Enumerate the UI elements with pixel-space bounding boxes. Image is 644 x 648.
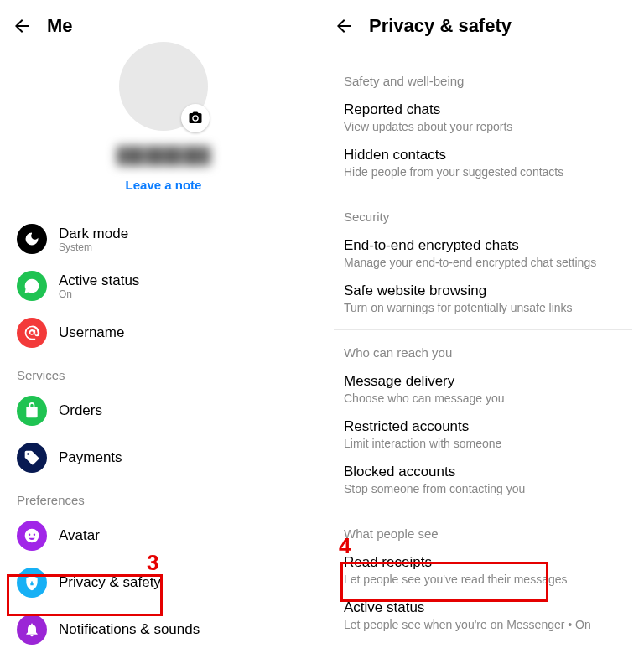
menu-item-active-status[interactable]: Active status On [12,262,315,309]
item-sub: Let people see you've read their message… [344,573,632,586]
menu-text: Notifications & sounds [59,621,200,638]
item-label: Blocked accounts [344,464,632,480]
at-icon [17,318,47,348]
menu-item-orders[interactable]: Orders [12,387,315,434]
item-restricted-accounts[interactable]: Restricted accounts Limit interaction wi… [334,412,632,457]
profile-section: Leave a note [12,42,315,192]
annotation-4: 4 [339,533,351,559]
menu-item-username[interactable]: Username [12,309,315,356]
item-sub: Manage your end-to-end encrypted chat se… [344,256,632,269]
menu-list: Dark mode System Active status On Userna… [12,215,315,648]
camera-icon[interactable] [181,104,210,132]
item-read-receipts[interactable]: Read receipts Let people see you've read… [334,547,632,593]
item-sub: View updates about your reports [344,120,632,133]
menu-item-dark-mode[interactable]: Dark mode System [12,215,315,262]
item-label: End-to-end encrypted chats [344,237,632,254]
header: Privacy & safety [334,15,632,37]
section-security: Security [334,194,632,231]
item-label: Safe website browsing [344,283,632,299]
menu-label: Dark mode [59,226,128,242]
item-message-delivery[interactable]: Message delivery Choose who can message … [334,366,632,412]
page-title: Privacy & safety [369,15,512,37]
annotation-3: 3 [147,550,158,576]
menu-item-payments[interactable]: Payments [12,434,315,481]
item-e2e-chats[interactable]: End-to-end encrypted chats Manage your e… [334,231,632,276]
menu-item-avatar[interactable]: Avatar [12,512,315,559]
section-header-preferences: Preferences [12,481,315,512]
menu-label: Active status [59,272,139,289]
item-sub: Limit interaction with someone [344,437,632,450]
section-header-services: Services [12,356,315,387]
item-active-status[interactable]: Active status Let people see when you're… [334,593,632,638]
bag-icon [17,396,47,426]
face-icon [17,521,47,551]
item-safe-browsing[interactable]: Safe website browsing Turn on warnings f… [334,276,632,321]
item-sub: Stop someone from contacting you [344,482,632,495]
leave-note-link[interactable]: Leave a note [126,178,202,192]
menu-item-notifications[interactable]: Notifications & sounds [12,606,315,648]
shield-lock-icon [17,568,47,598]
tag-icon [17,443,47,473]
menu-text: Username [59,324,124,341]
menu-text: Avatar [59,527,100,544]
item-reported-chats[interactable]: Reported chats View updates about your r… [334,95,632,140]
menu-label: Orders [59,402,102,419]
item-label: Read receipts [344,554,632,571]
avatar[interactable] [119,42,208,131]
menu-text: Payments [59,449,122,466]
chat-icon [17,271,47,301]
section-safety: Safety and well-being [334,42,632,95]
item-label: Message delivery [344,373,632,390]
section-see: What people see [334,511,632,547]
menu-label: Username [59,324,124,341]
menu-sub: System [59,241,128,253]
menu-text: Orders [59,402,102,419]
item-sub: Turn on warnings for potentially unsafe … [344,301,632,314]
menu-label: Notifications & sounds [59,621,200,638]
profile-name-blurred [117,146,210,166]
section-reach: Who can reach you [334,330,632,366]
item-sub: Let people see when you're on Messenger … [344,618,632,631]
moon-icon [17,224,47,254]
menu-label: Avatar [59,527,100,544]
menu-label: Privacy & safety [59,574,161,591]
back-arrow-icon[interactable] [12,16,32,36]
back-arrow-icon[interactable] [334,16,354,36]
item-label: Restricted accounts [344,418,632,435]
menu-item-privacy-safety[interactable]: Privacy & safety [12,559,315,606]
menu-text: Dark mode System [59,226,128,253]
item-label: Reported chats [344,101,632,118]
menu-text: Privacy & safety [59,574,161,591]
bell-icon [17,614,47,645]
page-title: Me [47,15,73,37]
item-sub: Choose who can message you [344,391,632,405]
privacy-safety-panel: Privacy & safety Safety and well-being R… [322,0,644,648]
item-label: Hidden contacts [344,147,632,163]
me-settings-panel: Me Leave a note Dark mode System [0,0,322,648]
item-hidden-contacts[interactable]: Hidden contacts Hide people from your su… [334,140,632,185]
menu-label: Payments [59,449,122,466]
item-sub: Hide people from your suggested contacts [344,165,632,179]
menu-sub: On [59,288,139,300]
header: Me [12,15,315,37]
menu-text: Active status On [59,272,139,300]
item-blocked-accounts[interactable]: Blocked accounts Stop someone from conta… [334,457,632,502]
item-label: Active status [344,599,632,616]
